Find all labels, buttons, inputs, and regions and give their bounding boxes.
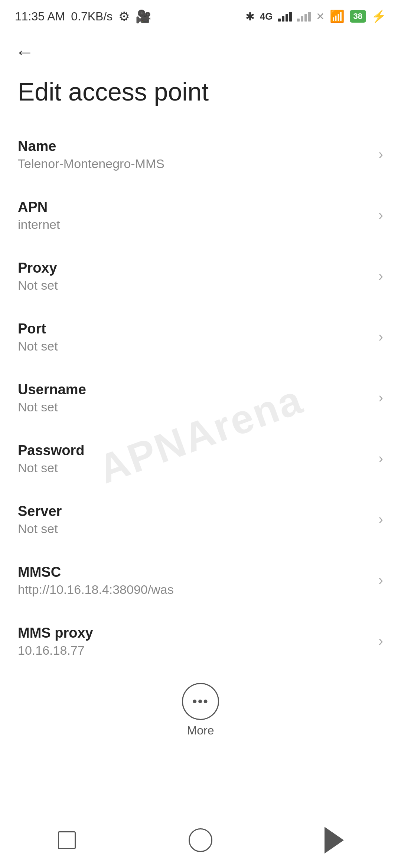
setting-item-apn[interactable]: APNinternet›: [0, 185, 401, 246]
setting-item-proxy[interactable]: ProxyNot set›: [0, 246, 401, 307]
camera-icon: 🎥: [136, 9, 151, 24]
no-signal-icon: ✕: [316, 10, 325, 23]
chevron-right-icon-0: ›: [378, 147, 383, 162]
setting-value-6: Not set: [18, 522, 371, 536]
status-time: 11:35 AM: [15, 10, 65, 23]
nav-home-button[interactable]: [186, 825, 215, 855]
nav-recent-button[interactable]: [52, 825, 82, 855]
setting-value-7: http://10.16.18.4:38090/was: [18, 582, 371, 597]
more-button[interactable]: •••: [182, 683, 219, 720]
setting-content-8: MMS proxy10.16.18.77: [18, 625, 371, 658]
setting-item-mmsc[interactable]: MMSChttp://10.16.18.4:38090/was›: [0, 550, 401, 611]
status-speed: 0.7KB/s: [71, 10, 113, 23]
setting-item-username[interactable]: UsernameNot set›: [0, 368, 401, 428]
setting-content-2: ProxyNot set: [18, 260, 371, 293]
setting-value-4: Not set: [18, 400, 371, 414]
setting-content-1: APNinternet: [18, 199, 371, 232]
back-button[interactable]: ←: [0, 30, 401, 70]
chevron-right-icon-7: ›: [378, 572, 383, 588]
nav-back-button[interactable]: [319, 825, 349, 855]
setting-content-0: NameTelenor-Montenegro-MMS: [18, 138, 371, 171]
setting-value-8: 10.16.18.77: [18, 643, 371, 658]
setting-label-2: Proxy: [18, 260, 371, 276]
setting-label-0: Name: [18, 138, 371, 154]
charging-icon: ⚡: [371, 9, 386, 23]
chevron-right-icon-6: ›: [378, 512, 383, 527]
setting-content-3: PortNot set: [18, 321, 371, 354]
status-right: ✱ 4G ✕ 📶 38 ⚡: [245, 9, 386, 23]
back-icon: [325, 827, 344, 854]
signal-bars-1: [278, 11, 292, 22]
chevron-right-icon-3: ›: [378, 329, 383, 345]
setting-item-mms-proxy[interactable]: MMS proxy10.16.18.77›: [0, 611, 401, 672]
setting-label-1: APN: [18, 199, 371, 215]
setting-value-3: Not set: [18, 339, 371, 354]
back-arrow-icon: ←: [15, 41, 34, 63]
setting-item-password[interactable]: PasswordNot set›: [0, 428, 401, 489]
navigation-bar: [0, 820, 401, 868]
setting-content-6: ServerNot set: [18, 503, 371, 536]
setting-content-5: PasswordNot set: [18, 443, 371, 475]
setting-label-8: MMS proxy: [18, 625, 371, 641]
setting-value-5: Not set: [18, 461, 371, 475]
wifi-icon: 📶: [330, 9, 345, 23]
setting-value-1: internet: [18, 217, 371, 232]
status-left: 11:35 AM 0.7KB/s ⚙ 🎥: [15, 9, 151, 24]
more-button-container: ••• More: [0, 672, 401, 745]
chevron-right-icon-8: ›: [378, 633, 383, 649]
signal-bars-2: [297, 11, 311, 22]
setting-label-5: Password: [18, 443, 371, 458]
setting-label-4: Username: [18, 382, 371, 398]
setting-item-name[interactable]: NameTelenor-Montenegro-MMS›: [0, 124, 401, 185]
setting-item-server[interactable]: ServerNot set›: [0, 489, 401, 550]
setting-item-port[interactable]: PortNot set›: [0, 307, 401, 368]
setting-value-2: Not set: [18, 278, 371, 293]
chevron-right-icon-1: ›: [378, 207, 383, 223]
home-icon: [189, 828, 212, 852]
bluetooth-icon: ✱: [245, 10, 255, 23]
status-bar: 11:35 AM 0.7KB/s ⚙ 🎥 ✱ 4G ✕ 📶 38 ⚡: [0, 0, 401, 30]
recent-apps-icon: [58, 831, 76, 849]
setting-content-7: MMSChttp://10.16.18.4:38090/was: [18, 564, 371, 597]
setting-label-6: Server: [18, 503, 371, 519]
signal-4g-icon: 4G: [260, 11, 273, 22]
battery-indicator: 38: [350, 10, 366, 23]
chevron-right-icon-5: ›: [378, 451, 383, 467]
more-label: More: [187, 724, 214, 737]
chevron-right-icon-2: ›: [378, 268, 383, 284]
more-dots-icon: •••: [192, 694, 209, 709]
setting-content-4: UsernameNot set: [18, 382, 371, 414]
page-title: Edit access point: [0, 70, 401, 124]
setting-label-7: MMSC: [18, 564, 371, 580]
setting-label-3: Port: [18, 321, 371, 337]
settings-icon: ⚙: [118, 9, 130, 24]
chevron-right-icon-4: ›: [378, 390, 383, 406]
settings-list: NameTelenor-Montenegro-MMS›APNinternet›P…: [0, 124, 401, 672]
setting-value-0: Telenor-Montenegro-MMS: [18, 157, 371, 171]
